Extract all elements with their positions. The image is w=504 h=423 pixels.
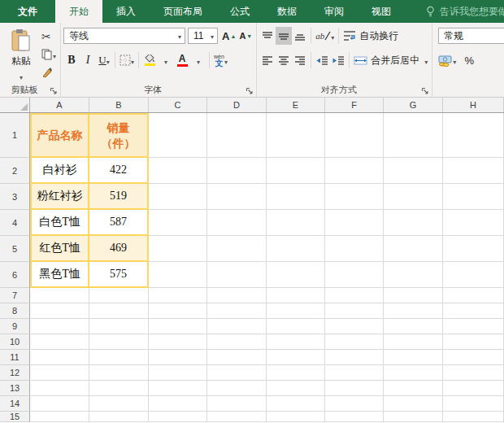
cell-A7[interactable] xyxy=(30,288,89,303)
copy-button[interactable] xyxy=(40,46,58,63)
cell-G8[interactable] xyxy=(384,303,443,319)
italic-button[interactable]: I xyxy=(80,51,96,69)
column-header-G[interactable]: G xyxy=(384,98,443,112)
cell-C13[interactable] xyxy=(149,381,207,396)
row-header-2[interactable]: 2 xyxy=(0,158,30,184)
cell-B7[interactable] xyxy=(89,288,149,303)
cell-B11[interactable] xyxy=(89,350,149,365)
font-color-caret[interactable] xyxy=(190,51,206,69)
cell-H10[interactable] xyxy=(443,334,504,350)
increase-font-button[interactable]: A▲ xyxy=(220,27,237,45)
cell-A6[interactable]: 黑色T恤 xyxy=(30,262,89,288)
cell-D1[interactable] xyxy=(207,113,267,158)
cell-G11[interactable] xyxy=(384,350,443,365)
cell-B3[interactable]: 519 xyxy=(89,184,149,210)
cell-H15[interactable] xyxy=(443,412,504,422)
fill-color-caret[interactable] xyxy=(158,51,174,69)
cell-A13[interactable] xyxy=(30,381,89,396)
cell-G5[interactable] xyxy=(384,236,443,262)
percent-style-button[interactable]: % xyxy=(461,51,477,69)
column-header-H[interactable]: H xyxy=(443,98,504,112)
cell-A2[interactable]: 白衬衫 xyxy=(30,158,89,184)
align-middle-button[interactable] xyxy=(276,27,292,45)
cell-D2[interactable] xyxy=(207,158,267,184)
tab-view[interactable]: 视图 xyxy=(358,0,405,23)
cell-E5[interactable] xyxy=(267,236,325,262)
paste-button[interactable]: 粘贴 xyxy=(2,25,40,83)
cell-D6[interactable] xyxy=(207,262,267,288)
cell-F1[interactable] xyxy=(325,113,384,158)
cell-G4[interactable] xyxy=(384,210,443,236)
cell-D5[interactable] xyxy=(207,236,267,262)
cell-F14[interactable] xyxy=(325,396,384,412)
cell-H14[interactable] xyxy=(443,396,504,412)
cell-D11[interactable] xyxy=(207,350,267,365)
row-header-15[interactable]: 15 xyxy=(0,412,30,422)
cell-A12[interactable] xyxy=(30,365,89,381)
cell-B14[interactable] xyxy=(89,396,149,412)
tab-data[interactable]: 数据 xyxy=(263,0,311,23)
cell-B12[interactable] xyxy=(89,365,149,381)
cell-G3[interactable] xyxy=(384,184,443,210)
phonetic-guide-button[interactable]: wén 文 xyxy=(212,51,229,69)
row-header-3[interactable]: 3 xyxy=(0,184,30,210)
cell-F2[interactable] xyxy=(325,158,384,184)
cell-A15[interactable] xyxy=(30,412,89,422)
cell-E12[interactable] xyxy=(267,365,325,381)
cell-E1[interactable] xyxy=(267,113,325,158)
cell-C5[interactable] xyxy=(149,236,207,262)
cell-H13[interactable] xyxy=(443,381,504,396)
cell-H2[interactable] xyxy=(443,158,504,184)
borders-button[interactable] xyxy=(118,51,136,69)
font-size-combo[interactable]: 11 xyxy=(188,28,218,44)
cell-H6[interactable] xyxy=(443,262,504,288)
cell-F10[interactable] xyxy=(325,334,384,350)
cell-H4[interactable] xyxy=(443,210,504,236)
cell-B2[interactable]: 422 xyxy=(89,158,149,184)
cell-C11[interactable] xyxy=(149,350,207,365)
cell-F11[interactable] xyxy=(325,350,384,365)
cell-F13[interactable] xyxy=(325,381,384,396)
column-header-B[interactable]: B xyxy=(89,98,149,112)
cell-E14[interactable] xyxy=(267,396,325,412)
cell-F8[interactable] xyxy=(325,303,384,319)
cell-D12[interactable] xyxy=(207,365,267,381)
row-header-12[interactable]: 12 xyxy=(0,365,30,381)
decrease-indent-button[interactable] xyxy=(314,51,330,69)
row-header-14[interactable]: 14 xyxy=(0,396,30,412)
cell-C10[interactable] xyxy=(149,334,207,350)
cell-C15[interactable] xyxy=(149,412,207,422)
row-header-4[interactable]: 4 xyxy=(0,210,30,236)
select-all-corner[interactable] xyxy=(0,98,30,112)
cut-button[interactable]: ✂ xyxy=(40,28,58,45)
cell-B5[interactable]: 469 xyxy=(89,236,149,262)
cell-G1[interactable] xyxy=(384,113,443,158)
row-header-13[interactable]: 13 xyxy=(0,381,30,396)
cell-D9[interactable] xyxy=(207,319,267,334)
cell-B15[interactable] xyxy=(89,412,149,422)
font-name-combo[interactable]: 等线 xyxy=(63,28,185,44)
cell-C12[interactable] xyxy=(149,365,207,381)
cell-E13[interactable] xyxy=(267,381,325,396)
cell-E11[interactable] xyxy=(267,350,325,365)
cell-E4[interactable] xyxy=(267,210,325,236)
cell-G10[interactable] xyxy=(384,334,443,350)
cell-C8[interactable] xyxy=(149,303,207,319)
cell-G9[interactable] xyxy=(384,319,443,334)
cell-B4[interactable]: 587 xyxy=(89,210,149,236)
cell-D14[interactable] xyxy=(207,396,267,412)
cell-E10[interactable] xyxy=(267,334,325,350)
row-header-1[interactable]: 1 xyxy=(0,113,30,158)
cell-H11[interactable] xyxy=(443,350,504,365)
font-dialog-launcher-icon[interactable] xyxy=(245,87,254,95)
cell-G7[interactable] xyxy=(384,288,443,303)
row-header-6[interactable]: 6 xyxy=(0,262,30,288)
cell-A1[interactable]: 产品名称 xyxy=(30,113,89,158)
align-top-button[interactable] xyxy=(259,27,276,45)
cell-D13[interactable] xyxy=(207,381,267,396)
bold-button[interactable]: B xyxy=(63,51,80,69)
cell-F3[interactable] xyxy=(325,184,384,210)
cell-A3[interactable]: 粉红衬衫 xyxy=(30,184,89,210)
cell-G6[interactable] xyxy=(384,262,443,288)
increase-indent-button[interactable] xyxy=(330,51,346,69)
